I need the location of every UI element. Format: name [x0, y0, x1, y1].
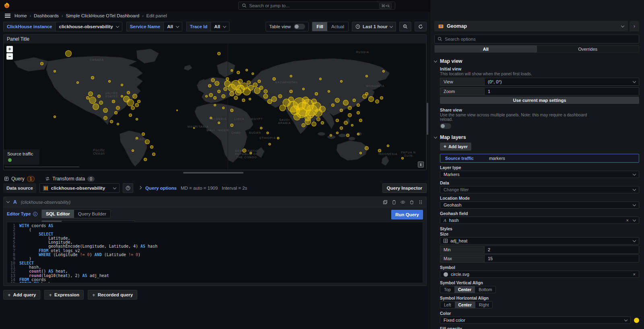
map-marker[interactable] [319, 78, 322, 80]
variable-value-dropdown[interactable]: clickhouse-observability [55, 22, 122, 31]
map-marker[interactable] [132, 94, 137, 99]
share-view-switch[interactable] [440, 123, 451, 129]
map-marker[interactable] [348, 113, 352, 117]
hide-query-eye-icon[interactable] [400, 200, 405, 205]
map-marker[interactable] [97, 95, 101, 98]
map-marker[interactable] [340, 80, 343, 83]
map-marker[interactable] [246, 69, 248, 71]
size-field-select[interactable]: adj_heat [440, 237, 639, 244]
options-search-input[interactable]: Search options [434, 35, 639, 43]
map-marker[interactable] [340, 126, 343, 130]
table-view-switch[interactable] [294, 24, 305, 29]
map-marker[interactable] [226, 77, 229, 81]
add-layer-button[interactable]: +Add layer [440, 143, 471, 151]
map-marker[interactable] [346, 134, 349, 137]
map-marker[interactable] [117, 123, 119, 125]
map-marker[interactable] [40, 62, 43, 65]
horizontal-align-right[interactable]: Right [475, 302, 493, 308]
map-marker[interactable] [210, 117, 212, 119]
clear-icon[interactable]: × [633, 272, 636, 277]
color-select[interactable]: Fixed color [440, 317, 631, 324]
map-marker[interactable] [289, 90, 293, 93]
map-marker[interactable] [131, 106, 135, 110]
refresh-button[interactable] [415, 22, 427, 31]
map-marker[interactable] [213, 96, 217, 99]
map-marker[interactable] [89, 97, 96, 104]
map-marker[interactable] [223, 87, 227, 91]
map-marker[interactable] [230, 109, 233, 112]
map-canvas[interactable]: RUSSIACANADAUNITED STATESBRAZILKAZAKHSTA… [4, 43, 426, 170]
map-marker[interactable] [247, 81, 251, 85]
variable-value-dropdown[interactable]: All [211, 22, 229, 31]
map-marker[interactable] [114, 111, 118, 114]
map-marker[interactable] [211, 78, 215, 82]
collapse-query-icon[interactable] [6, 200, 10, 203]
map-marker[interactable] [288, 97, 294, 102]
map-marker[interactable] [335, 98, 340, 103]
map-marker[interactable] [76, 81, 79, 84]
map-marker[interactable] [152, 153, 155, 156]
map-marker[interactable] [234, 96, 238, 100]
map-marker[interactable] [264, 89, 268, 93]
map-marker[interactable] [311, 99, 317, 104]
map-marker[interactable] [110, 120, 113, 123]
map-marker[interactable] [135, 103, 139, 107]
map-marker[interactable] [121, 84, 123, 86]
map-marker[interactable] [293, 113, 301, 120]
map-marker[interactable] [132, 149, 134, 152]
map-marker[interactable] [387, 145, 389, 147]
data-filter-select[interactable]: Change filter [440, 186, 639, 193]
map-marker[interactable] [217, 52, 221, 55]
map-marker[interactable] [209, 93, 213, 97]
run-query-button[interactable]: Run Query [391, 210, 423, 219]
map-marker[interactable] [357, 103, 360, 107]
map-marker[interactable] [237, 71, 240, 74]
tab-transform-data[interactable]: Transform data0 [44, 174, 95, 184]
map-marker[interactable] [365, 146, 369, 150]
time-range-picker[interactable]: Last 1 hour [352, 22, 396, 31]
map-marker[interactable] [277, 137, 279, 139]
map-view-section-header[interactable]: Map view [434, 58, 639, 64]
use-current-map-settings-button[interactable]: Use current map settings [440, 97, 639, 104]
geomap-panel[interactable]: Panel Title [3, 34, 427, 170]
map-marker[interactable] [242, 149, 246, 153]
panel-resize-handle[interactable] [183, 172, 244, 174]
map-marker[interactable] [193, 127, 195, 129]
variable-label[interactable]: Service Name [126, 22, 163, 31]
map-marker[interactable] [91, 76, 94, 79]
map-marker[interactable] [249, 98, 251, 100]
layer-item[interactable]: Source traffic markers [440, 154, 639, 163]
editor-type-query-builder[interactable]: Query Builder [74, 210, 110, 218]
map-marker[interactable] [103, 108, 108, 113]
clear-icon[interactable]: × [626, 218, 629, 223]
map-marker[interactable] [136, 118, 138, 120]
map-marker[interactable] [368, 96, 374, 102]
map-marker[interactable] [302, 97, 309, 104]
map-marker[interactable] [290, 75, 292, 77]
horizontal-align-center[interactable]: Center [455, 302, 475, 308]
map-marker[interactable] [235, 89, 242, 95]
table-view-toggle[interactable]: Table view [266, 22, 309, 31]
map-marker[interactable] [365, 75, 368, 77]
options-tab-overrides[interactable]: Overrides [537, 46, 639, 52]
map-marker[interactable] [129, 114, 132, 117]
map-marker[interactable] [205, 95, 208, 97]
map-marker[interactable] [214, 104, 216, 106]
map-marker[interactable] [380, 96, 383, 99]
collapse-options-button[interactable]: › [630, 21, 639, 31]
menu-hamburger-icon[interactable] [5, 14, 10, 18]
sql-code-editor[interactable]: 1WITH coords AS2 (3 SELECT4 Latitude,5 L… [7, 222, 423, 283]
map-marker[interactable] [268, 143, 271, 145]
map-marker[interactable] [221, 94, 225, 98]
map-marker[interactable] [127, 91, 130, 94]
tab-query[interactable]: Query1 [3, 174, 35, 184]
map-marker[interactable] [302, 88, 305, 90]
copy-query-icon[interactable] [392, 200, 396, 205]
map-zoom-in-button[interactable]: + [6, 46, 13, 52]
map-marker[interactable] [231, 69, 233, 72]
query-options-link[interactable]: Query options [145, 186, 177, 190]
map-marker[interactable] [150, 145, 153, 149]
map-marker[interactable] [263, 94, 268, 99]
map-marker[interactable] [266, 132, 269, 134]
symbol-select[interactable]: circle.svg× [440, 271, 639, 278]
